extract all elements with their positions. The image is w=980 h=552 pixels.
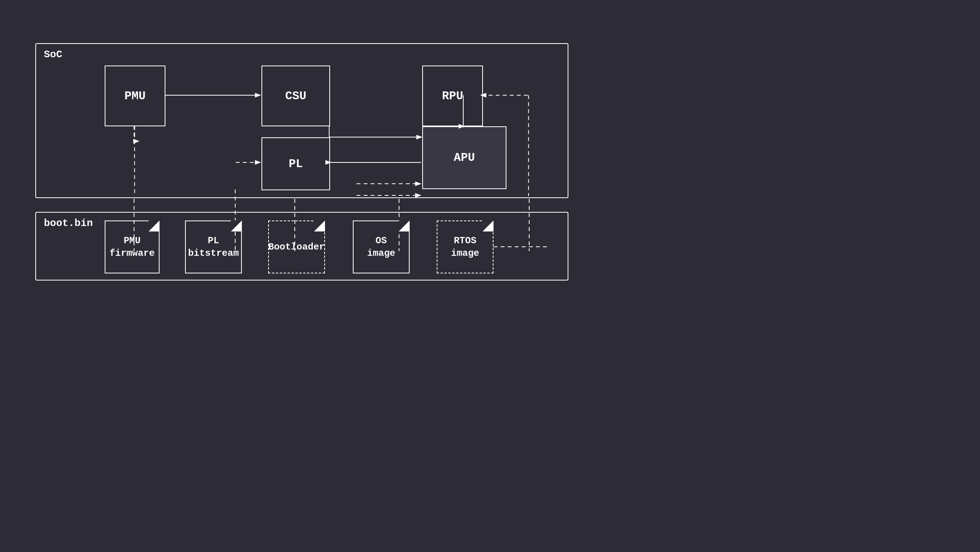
bootloader-file: Bootloader <box>268 220 325 273</box>
apu-label: APU <box>454 151 475 164</box>
boot-box: boot.bin PMUfirmware PLbitstream Bootloa… <box>35 212 568 281</box>
pl-label: PL <box>289 157 303 171</box>
diagram-container: SoC PMU CSU RPU PL APU <box>35 43 568 282</box>
pl-bitstream-file: PLbitstream <box>185 220 242 273</box>
apu-block: APU <box>422 126 506 189</box>
pl-block: PL <box>261 137 330 190</box>
soc-label: SoC <box>44 49 62 60</box>
csu-block: CSU <box>261 66 330 126</box>
pmu-firmware-file: PMUfirmware <box>105 220 160 273</box>
os-image-file: OSimage <box>353 220 410 273</box>
bootloader-label: Bootloader <box>268 241 325 253</box>
rtos-image-file: RTOSimage <box>437 220 494 273</box>
pmu-label: PMU <box>124 89 145 103</box>
csu-label: CSU <box>285 89 306 103</box>
pmu-firmware-label: PMUfirmware <box>109 235 154 259</box>
pl-bitstream-label: PLbitstream <box>188 235 239 259</box>
boot-label: boot.bin <box>44 217 93 229</box>
rpu-label: RPU <box>442 89 463 103</box>
pmu-block: PMU <box>105 66 165 126</box>
rpu-block: RPU <box>422 66 483 126</box>
rtos-image-label: RTOSimage <box>451 235 479 259</box>
os-image-label: OSimage <box>367 235 395 259</box>
soc-box: SoC PMU CSU RPU PL APU <box>35 43 568 198</box>
